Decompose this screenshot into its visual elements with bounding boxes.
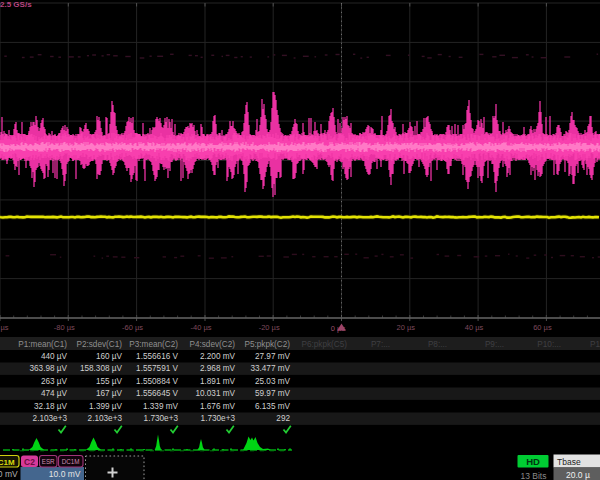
svg-text:440 µV: 440 µV xyxy=(41,352,68,361)
svg-text:C2: C2 xyxy=(24,457,35,467)
svg-text:ESR: ESR xyxy=(42,458,55,465)
svg-text:DC1M: DC1M xyxy=(0,458,15,467)
svg-text:1.556616 V: 1.556616 V xyxy=(136,352,178,361)
svg-text:P2:sdev(C1): P2:sdev(C1) xyxy=(76,340,122,349)
svg-text:-100 µs: -100 µs xyxy=(0,323,9,332)
svg-text:60 µs: 60 µs xyxy=(533,323,552,332)
svg-text:1.399 µV: 1.399 µV xyxy=(89,402,122,411)
svg-text:2.200 mV: 2.200 mV xyxy=(200,352,236,361)
svg-text:59.97 mV: 59.97 mV xyxy=(255,389,291,398)
svg-text:P3:mean(C2): P3:mean(C2) xyxy=(129,340,178,349)
svg-text:1.550884 V: 1.550884 V xyxy=(136,377,178,386)
svg-text:20 µs: 20 µs xyxy=(397,323,416,332)
svg-text:P5:pkpk(C2): P5:pkpk(C2) xyxy=(244,340,290,349)
svg-text:-20 µs: -20 µs xyxy=(259,323,280,332)
svg-text:25.03 mV: 25.03 mV xyxy=(255,377,291,386)
svg-text:2.5 GS/s: 2.5 GS/s xyxy=(0,0,32,9)
svg-text:1.557591 V: 1.557591 V xyxy=(136,364,178,373)
svg-text:Tbase: Tbase xyxy=(557,457,581,467)
svg-text:P1:mean(C1): P1:mean(C1) xyxy=(18,340,67,349)
svg-text:27.97 mV: 27.97 mV xyxy=(255,352,291,361)
svg-text:-60 µs: -60 µs xyxy=(122,323,143,332)
svg-text:20.0 µ: 20.0 µ xyxy=(566,470,590,480)
svg-text:-40 µs: -40 µs xyxy=(191,323,212,332)
svg-text:10.0 mV: 10.0 mV xyxy=(49,469,81,479)
svg-text:155 µV: 155 µV xyxy=(96,377,123,386)
svg-text:13 Bits: 13 Bits xyxy=(521,471,547,480)
svg-text:2.103e+3: 2.103e+3 xyxy=(88,414,123,423)
svg-text:1.891 mV: 1.891 mV xyxy=(200,377,236,386)
svg-text:-80 µs: -80 µs xyxy=(54,323,75,332)
svg-text:40 µs: 40 µs xyxy=(465,323,484,332)
svg-text:1.556645 V: 1.556645 V xyxy=(136,389,178,398)
svg-text:P6:pkpk(C5): P6:pkpk(C5) xyxy=(301,340,347,349)
svg-text:2.968 mV: 2.968 mV xyxy=(200,364,236,373)
svg-text:160 µV: 160 µV xyxy=(96,352,123,361)
svg-text:P1: P1 xyxy=(590,340,600,349)
svg-text:6.135 mV: 6.135 mV xyxy=(255,402,291,411)
svg-text:1.730e+3: 1.730e+3 xyxy=(201,414,236,423)
svg-text:363.98 µV: 363.98 µV xyxy=(30,364,68,373)
svg-text:167 µV: 167 µV xyxy=(96,389,123,398)
svg-text:10.031 mV: 10.031 mV xyxy=(195,389,235,398)
svg-text:474 µV: 474 µV xyxy=(41,389,68,398)
svg-text:1.730e+3: 1.730e+3 xyxy=(144,414,179,423)
svg-text:50.0 mV: 50.0 mV xyxy=(0,469,18,479)
svg-text:P10:...: P10:... xyxy=(537,340,561,349)
svg-text:292: 292 xyxy=(276,414,290,423)
svg-text:P9:...: P9:... xyxy=(485,340,504,349)
svg-text:1.339 mV: 1.339 mV xyxy=(143,402,179,411)
svg-text:P8:...: P8:... xyxy=(428,340,447,349)
svg-text:263 µV: 263 µV xyxy=(41,377,68,386)
svg-text:P4:sdev(C2): P4:sdev(C2) xyxy=(189,340,235,349)
svg-text:2.103e+3: 2.103e+3 xyxy=(33,414,68,423)
svg-text:HD: HD xyxy=(526,456,540,467)
svg-text:32.18 µV: 32.18 µV xyxy=(34,402,67,411)
svg-text:158.308 µV: 158.308 µV xyxy=(80,364,123,373)
svg-text:DC1M: DC1M xyxy=(62,458,80,465)
svg-text:P7:...: P7:... xyxy=(371,340,390,349)
svg-text:33.477 mV: 33.477 mV xyxy=(250,364,290,373)
svg-text:1.676 mV: 1.676 mV xyxy=(200,402,236,411)
